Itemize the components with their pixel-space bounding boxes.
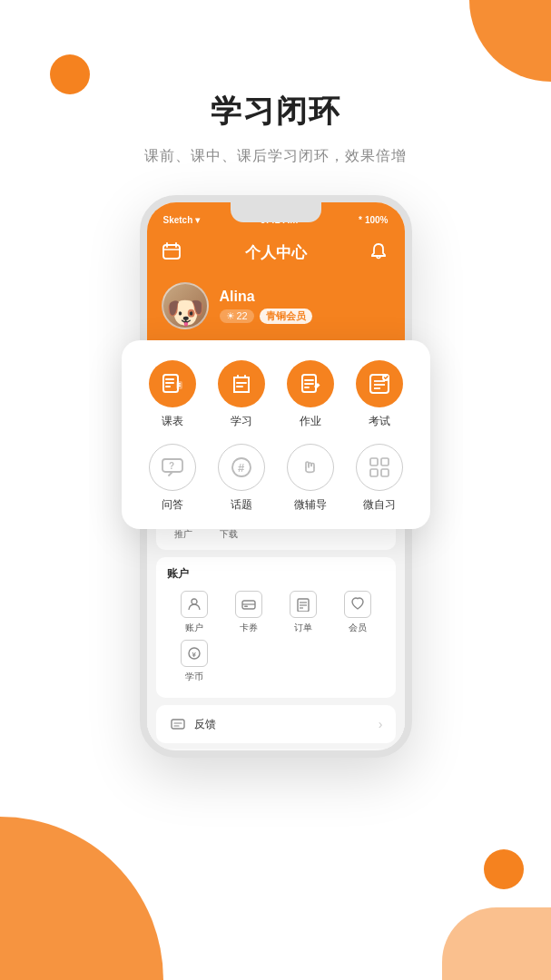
account-item-xuebi[interactable]: ¥ 学币 — [167, 640, 221, 683]
svg-point-29 — [192, 599, 197, 604]
account-grid: 账户 卡券 — [167, 591, 385, 634]
main-title: 学习闭环 — [0, 91, 551, 132]
status-right: * 100% — [359, 215, 388, 225]
calendar-header-icon[interactable] — [162, 241, 183, 263]
feedback-left: 反馈 — [169, 715, 216, 733]
popup-weifudao-icon — [287, 444, 334, 491]
header-bar: 个人中心 — [147, 231, 405, 273]
svg-rect-64 — [370, 458, 378, 466]
popup-huati-icon: # — [218, 444, 265, 491]
popup-card: 课表 学习 — [122, 340, 430, 529]
account-item-zhanghu[interactable]: 账户 — [167, 591, 221, 634]
popup-item-weizixi[interactable]: 微自习 — [345, 444, 414, 513]
account-section: 账户 账户 — [156, 557, 396, 698]
account-grid-row2: ¥ 学币 — [167, 640, 385, 683]
zhanghu-label: 账户 — [185, 622, 203, 634]
svg-text:?: ? — [169, 461, 174, 471]
bg-arc-bottom-left — [0, 817, 163, 980]
popup-zuoye-label: 作业 — [300, 414, 321, 429]
popup-xuexi-icon — [218, 360, 265, 407]
popup-xuexi-label: 学习 — [231, 414, 252, 429]
profile-name: Alina — [220, 289, 390, 305]
feedback-row[interactable]: 反馈 › — [156, 705, 396, 743]
sub-title: 课前、课中、课后学习闭环，效果倍增 — [0, 147, 551, 166]
huiyuan-icon — [344, 591, 371, 618]
popup-kecheng-icon — [149, 360, 196, 407]
svg-rect-32 — [244, 606, 248, 608]
popup-kecheng-label: 课表 — [162, 414, 183, 429]
download-label: 下载 — [220, 528, 238, 541]
zhanghu-icon — [181, 591, 208, 618]
account-item-huiyuan[interactable]: 会员 — [330, 591, 385, 634]
svg-rect-48 — [177, 386, 181, 387]
popup-kaoshi-label: 考试 — [369, 414, 390, 429]
popup-item-huati[interactable]: # 话题 — [207, 444, 276, 513]
bg-circle-top-left — [50, 54, 90, 94]
kaquan-icon — [235, 591, 262, 618]
popup-weizixi-label: 微自习 — [363, 497, 396, 513]
popup-kaoshi-icon — [356, 360, 403, 407]
xuebi-label: 学币 — [185, 671, 203, 683]
score-badge: ☀ 22 — [220, 309, 254, 323]
svg-rect-47 — [177, 383, 181, 385]
svg-rect-39 — [172, 720, 184, 729]
svg-rect-50 — [236, 386, 243, 387]
profile-badges: ☀ 22 青铜会员 — [220, 309, 390, 324]
dingdan-icon — [290, 591, 317, 618]
xuebi-icon: ¥ — [181, 640, 208, 667]
svg-rect-49 — [236, 382, 247, 384]
svg-rect-44 — [165, 382, 174, 384]
svg-text:¥: ¥ — [192, 651, 196, 659]
profile-info: Alina ☀ 22 青铜会员 — [220, 289, 390, 324]
dingdan-label: 订单 — [294, 622, 312, 634]
bg-arc-bottom-right-extra — [442, 907, 551, 980]
avatar: 🐶 — [162, 282, 209, 329]
svg-rect-43 — [165, 378, 174, 380]
svg-text:#: # — [238, 461, 245, 475]
svg-rect-0 — [163, 245, 180, 259]
popup-wenda-label: 问答 — [162, 497, 183, 513]
title-section: 学习闭环 课前、课中、课后学习闭环，效果倍增 — [0, 91, 551, 166]
feedback-chevron: › — [379, 717, 383, 731]
svg-rect-45 — [165, 386, 171, 387]
status-left: Sketch ▾ — [163, 215, 201, 225]
popup-item-zuoye[interactable]: 作业 — [276, 360, 345, 429]
phone-notch — [231, 202, 321, 222]
popup-weizixi-icon — [356, 444, 403, 491]
bell-header-icon[interactable] — [369, 241, 390, 263]
huiyuan-label: 会员 — [349, 622, 367, 634]
bluetooth-icon: * — [359, 215, 362, 225]
svg-rect-67 — [381, 469, 389, 476]
account-item-dingdan[interactable]: 订单 — [276, 591, 330, 634]
popup-huati-label: 话题 — [231, 497, 252, 513]
svg-rect-66 — [370, 469, 378, 476]
header-title: 个人中心 — [245, 242, 307, 263]
popup-item-weifudao[interactable]: 微辅导 — [276, 444, 345, 513]
account-title: 账户 — [167, 566, 385, 582]
popup-wenda-icon: ? — [149, 444, 196, 491]
popup-grid: 课表 学习 — [138, 360, 414, 513]
popup-weifudao-label: 微辅导 — [294, 497, 327, 513]
account-item-kaquan[interactable]: 卡券 — [221, 591, 276, 634]
bg-arc-top-right — [469, 0, 551, 82]
feedback-icon — [169, 715, 187, 733]
promote-label: 推广 — [174, 528, 192, 541]
popup-zuoye-icon — [287, 360, 334, 407]
popup-item-wenda[interactable]: ? 问答 — [138, 444, 207, 513]
popup-item-kaoshi[interactable]: 考试 — [345, 360, 414, 429]
member-badge: 青铜会员 — [260, 309, 312, 324]
popup-item-kecheng[interactable]: 课表 — [138, 360, 207, 429]
kaquan-label: 卡券 — [240, 622, 258, 634]
bg-circle-bottom-right — [484, 849, 524, 889]
svg-rect-65 — [381, 458, 389, 466]
popup-item-xuexi[interactable]: 学习 — [207, 360, 276, 429]
